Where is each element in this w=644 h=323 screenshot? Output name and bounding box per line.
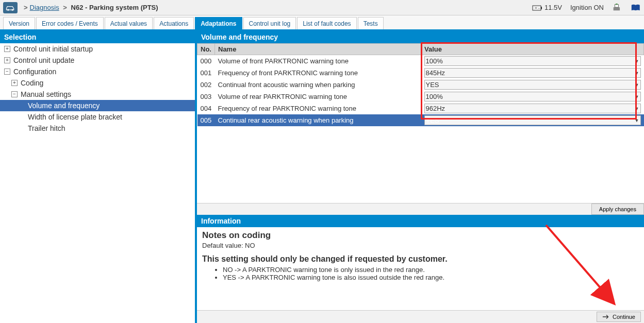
top-bar: > Diagnosis > N62 - Parking system (PTS)… [0, 0, 644, 15]
table-row[interactable]: 002Continual front acoustic warning when… [197, 79, 644, 91]
information-header: Information [197, 215, 644, 227]
svg-rect-3 [541, 7, 542, 9]
content-header: Volume and frequency [197, 31, 644, 43]
apply-bar: Apply changes [197, 203, 644, 215]
svg-rect-5 [614, 7, 620, 10]
battery-icon: + - [532, 4, 542, 12]
chevron-down-icon: ▼ [635, 71, 639, 76]
tree-trailer-hitch[interactable]: Trailer hitch [0, 123, 195, 134]
cell-no: 000 [197, 55, 215, 67]
content-panel: Volume and frequency No. Name Value 000V… [197, 31, 644, 323]
value-dropdown[interactable]: 845Hz▼ [424, 68, 641, 78]
tab-adaptations[interactable]: Adaptations [195, 17, 242, 29]
cell-no: 001 [197, 67, 215, 79]
svg-point-0 [7, 9, 9, 10]
tree-manual-settings[interactable]: −Manual settings [0, 89, 195, 100]
col-value-header: Value [421, 44, 644, 55]
parameter-table: No. Name Value 000Volume of front PARKTR… [197, 43, 644, 126]
information-body: Notes on coding Default value: NO This s… [197, 227, 644, 310]
cell-no: 005 [197, 114, 215, 126]
chevron-down-icon: ▼ [635, 118, 639, 123]
tab-error-codes[interactable]: Error codes / Events [36, 17, 104, 29]
value-dropdown[interactable]: 100%▼ [424, 56, 641, 66]
table-row[interactable]: 004Frequency of rear PARKTRONIC warning … [197, 103, 644, 114]
info-bullet-no: NO -> A PARKTRONIC warning tone is only … [223, 266, 639, 274]
notes-title: Notes on coding [202, 230, 639, 241]
table-row[interactable]: 001Frequency of front PARKTRONIC warning… [197, 67, 644, 79]
collapse-icon[interactable]: − [4, 69, 10, 75]
table-row[interactable]: 003Volume of rear PARKTRONIC warning ton… [197, 91, 644, 103]
svg-rect-6 [615, 4, 618, 7]
expand-icon[interactable]: + [4, 57, 10, 63]
selection-header: Selection [0, 31, 195, 43]
value-dropdown[interactable]: 962Hz▼ [424, 104, 641, 113]
svg-point-1 [12, 9, 13, 10]
selection-tree: +Control unit initial startup +Control u… [0, 43, 195, 323]
table-row[interactable]: 000Volume of front PARKTRONIC warning to… [197, 55, 644, 67]
cell-name: Continual front acoustic warning when pa… [215, 79, 421, 91]
voltage-value: 11.5V [544, 4, 562, 11]
value-text: 845Hz [426, 69, 445, 77]
value-dropdown[interactable]: YES▼ [424, 80, 641, 90]
tree-update[interactable]: +Control unit update [0, 55, 195, 66]
expand-icon[interactable]: + [4, 46, 10, 52]
tree-license-plate[interactable]: Width of license plate bracket [0, 111, 195, 123]
cell-name: Volume of rear PARKTRONIC warning tone [215, 91, 421, 103]
change-notice: This setting should only be changed if r… [202, 254, 639, 264]
tree-configuration[interactable]: −Configuration [0, 66, 195, 77]
topbar-status-area: + - 11.5V Ignition ON [532, 4, 641, 12]
breadcrumb-diagnosis[interactable]: Diagnosis [30, 4, 59, 11]
selection-panel: Selection +Control unit initial startup … [0, 31, 197, 323]
cell-name: Volume of front PARKTRONIC warning tone [215, 55, 421, 67]
expand-icon[interactable]: + [11, 80, 18, 86]
ignition-status: Ignition ON [570, 4, 604, 11]
breadcrumb-separator: > [24, 4, 28, 11]
breadcrumb-current: N62 - Parking system (PTS) [71, 4, 158, 11]
value-text: 100% [426, 93, 443, 100]
tab-actual-values[interactable]: Actual values [105, 17, 153, 29]
tab-actuations[interactable]: Actuations [154, 17, 194, 29]
value-text: 962Hz [426, 105, 445, 112]
car-icon[interactable] [3, 2, 18, 13]
table-row[interactable]: 005Continual rear acoustic warning when … [197, 114, 644, 126]
tab-tests[interactable]: Tests [358, 17, 384, 29]
tab-version[interactable]: Version [3, 17, 35, 29]
col-name-header: Name [215, 44, 421, 55]
cell-no: 003 [197, 91, 215, 103]
col-no-header: No. [197, 44, 215, 55]
svg-text:+ -: + - [535, 6, 540, 10]
chevron-down-icon: ▼ [635, 106, 639, 111]
chevron-down-icon: ▼ [635, 59, 639, 64]
default-value-text: Default value: NO [202, 242, 639, 249]
tree-initial-startup[interactable]: +Control unit initial startup [0, 43, 195, 55]
bottom-bar: Continue [197, 310, 644, 323]
chevron-down-icon: ▼ [635, 82, 639, 88]
tree-volume-frequency[interactable]: Volume and frequency [0, 100, 195, 111]
tab-bar: Version Error codes / Events Actual valu… [0, 15, 644, 31]
cell-no: 002 [197, 79, 215, 91]
tree-coding[interactable]: +Coding [0, 77, 195, 89]
chevron-down-icon: ▼ [635, 94, 639, 99]
cell-name: Continual rear acoustic warning when par… [215, 114, 421, 126]
parameter-table-wrap: No. Name Value 000Volume of front PARKTR… [197, 43, 644, 126]
cell-name: Frequency of front PARKTRONIC warning to… [215, 67, 421, 79]
info-bullet-yes: YES -> A PARKTRONIC warning tone is also… [223, 274, 639, 281]
tab-fault-codes[interactable]: List of fault codes [297, 17, 356, 29]
svg-marker-7 [615, 4, 618, 5]
value-text: 100% [426, 57, 443, 65]
tab-control-log[interactable]: Control unit log [243, 17, 296, 29]
collapse-icon[interactable]: − [11, 91, 18, 97]
value-text: YES [426, 81, 439, 89]
breadcrumb-separator: > [61, 4, 69, 11]
cell-no: 004 [197, 103, 215, 114]
continue-button[interactable]: Continue [597, 312, 641, 322]
print-icon[interactable] [612, 4, 622, 12]
value-text: YES [426, 116, 439, 124]
apply-changes-button[interactable]: Apply changes [591, 203, 644, 215]
value-dropdown[interactable]: YES▼ [424, 115, 641, 125]
arrow-right-icon [602, 313, 610, 320]
cell-name: Frequency of rear PARKTRONIC warning ton… [215, 103, 421, 114]
book-icon[interactable] [631, 4, 641, 12]
value-dropdown[interactable]: 100%▼ [424, 92, 641, 101]
